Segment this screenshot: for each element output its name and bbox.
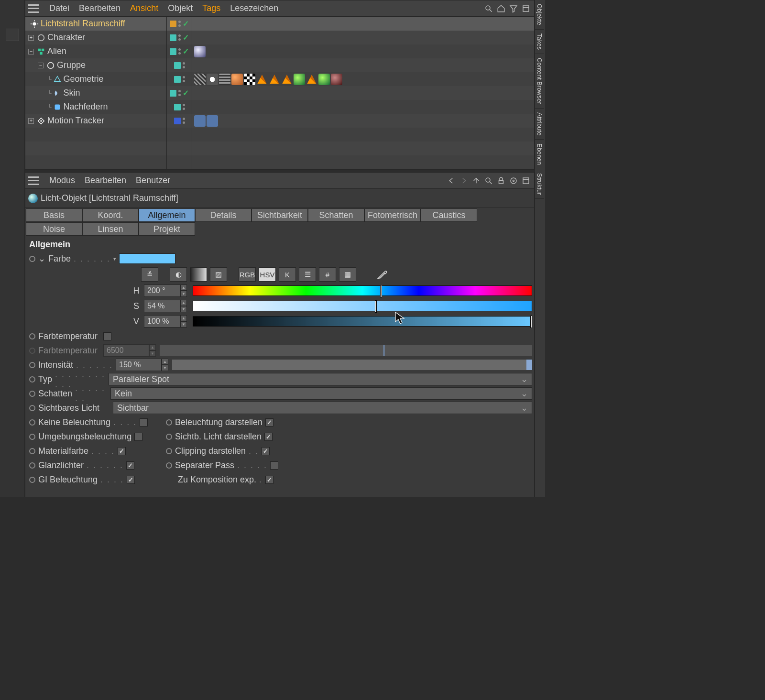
object-name[interactable]: Charakter [47, 33, 85, 43]
spin-up[interactable]: ▲ [180, 300, 187, 306]
menu-lesezeichen[interactable]: Lesezeichen [225, 3, 283, 13]
vtab-objekte[interactable]: Objekte [535, 0, 544, 30]
search-icon[interactable] [483, 3, 494, 14]
object-name[interactable]: Alien [47, 46, 66, 56]
checkbox-umgebungsbeleuchtung[interactable] [134, 433, 142, 441]
keyframe-dot[interactable] [29, 405, 35, 411]
tag-phong[interactable] [194, 46, 206, 57]
object-tree[interactable]: Lichtstrahl Raumschiff✓+Charakter✓−Alien… [25, 17, 534, 169]
mode-k[interactable]: K [279, 267, 296, 282]
swatches-icon[interactable]: ▦ [339, 267, 356, 282]
tag-tri[interactable] [269, 74, 280, 85]
keyframe-dot[interactable] [166, 448, 172, 454]
object-name[interactable]: Motion Tracker [47, 116, 104, 126]
tree-row[interactable]: └ Geometrie [25, 72, 534, 86]
check-icon[interactable]: ✓ [183, 19, 189, 28]
layer-color[interactable] [170, 21, 176, 27]
input-s[interactable] [144, 300, 180, 312]
mixer-icon[interactable]: ≚ [141, 267, 158, 282]
spin-up[interactable]: ▲ [180, 284, 187, 291]
expander-icon[interactable]: − [28, 49, 34, 55]
keyframe-dot[interactable] [29, 462, 35, 469]
vtab-attribute[interactable]: Attribute [535, 109, 544, 140]
keyframe-dot[interactable] [29, 434, 35, 440]
spin-down[interactable]: ▼ [180, 291, 187, 297]
hamburger-icon[interactable] [28, 176, 39, 185]
tab-sichtbarkeit[interactable]: Sichtbarkeit [251, 208, 308, 222]
checkbox-separater-pass[interactable] [270, 461, 278, 470]
visibility-dots[interactable] [183, 104, 185, 110]
keyframe-dot[interactable] [29, 477, 35, 483]
gradient-icon[interactable] [190, 267, 207, 282]
maximize-icon[interactable] [521, 175, 531, 186]
visibility-dots[interactable] [178, 90, 181, 96]
checkbox-farbtemperatur-enable[interactable] [103, 332, 111, 340]
menu-tags[interactable]: Tags [197, 3, 225, 13]
input-h[interactable] [144, 284, 180, 297]
tab-allgemein[interactable]: Allgemein [139, 208, 195, 222]
checkbox-clipping-darstellen[interactable] [262, 447, 270, 455]
keyframe-dot[interactable] [29, 376, 35, 383]
checkbox-zu-komposition-exp[interactable] [265, 476, 273, 484]
maximize-icon[interactable] [521, 3, 531, 14]
picture-icon[interactable]: ▨ [210, 267, 227, 282]
visibility-dots[interactable] [183, 76, 185, 82]
tree-row[interactable]: └ Nachfedern [25, 100, 534, 114]
tag-c[interactable] [219, 74, 230, 85]
tab-schatten[interactable]: Schatten [308, 208, 364, 222]
value-slider[interactable] [193, 316, 532, 327]
keyframe-dot[interactable] [29, 448, 35, 454]
layer-color[interactable] [170, 48, 176, 55]
menu-modus[interactable]: Modus [44, 175, 80, 186]
menu-datei[interactable]: Datei [44, 3, 74, 13]
tree-row[interactable]: Lichtstrahl Raumschiff✓ [25, 17, 534, 31]
tag-tri[interactable] [281, 74, 293, 85]
keyframe-dot[interactable] [166, 462, 172, 469]
object-name[interactable]: Geometrie [64, 74, 104, 84]
farbe-expander[interactable]: ⌄ [38, 253, 45, 264]
mode-hsv[interactable]: HSV [259, 267, 276, 282]
color-wheel-icon[interactable]: ◐ [170, 267, 187, 282]
spin-down[interactable]: ▼ [162, 365, 168, 371]
color-swatch[interactable] [119, 253, 175, 264]
vtab-content-browser[interactable]: Content Browser [535, 54, 544, 109]
tab-caustics[interactable]: Caustics [421, 208, 477, 222]
tab-basis[interactable]: Basis [26, 208, 82, 222]
keyframe-dot[interactable] [29, 256, 35, 262]
undock-icon[interactable] [6, 29, 19, 41]
expander-icon[interactable]: + [28, 35, 34, 41]
tag-e[interactable] [244, 74, 255, 85]
lock-icon[interactable] [496, 175, 506, 186]
tag-t2[interactable] [207, 115, 218, 127]
tag-ball[interactable] [294, 74, 305, 85]
tree-row[interactable]: −Gruppe [25, 58, 534, 72]
tab-noise[interactable]: Noise [26, 222, 82, 236]
target-icon[interactable] [508, 175, 519, 186]
visibility-dots[interactable] [178, 48, 181, 55]
check-icon[interactable]: ✓ [183, 47, 189, 56]
saturation-slider[interactable] [193, 301, 532, 311]
object-name[interactable]: Lichtstrahl Raumschiff [41, 19, 125, 29]
mode-rgb[interactable]: RGB [239, 267, 256, 282]
menu-objekt[interactable]: Objekt [163, 3, 197, 13]
keyframe-dot[interactable] [29, 419, 35, 426]
keyframe-dot[interactable] [29, 333, 35, 339]
checkbox-keine-beleuchtung[interactable] [140, 418, 148, 427]
tree-row[interactable]: └ Skin✓ [25, 86, 534, 100]
expander-icon[interactable]: − [38, 63, 44, 68]
keyframe-dot[interactable] [29, 362, 35, 368]
layer-color[interactable] [174, 62, 181, 69]
layer-color[interactable] [174, 104, 181, 110]
tab-projekt[interactable]: Projekt [139, 222, 195, 236]
menu-benutzer[interactable]: Benutzer [131, 175, 175, 186]
hamburger-icon[interactable] [28, 4, 39, 13]
filter-icon[interactable] [508, 3, 519, 14]
check-icon[interactable]: ✓ [183, 88, 189, 98]
checkbox-beleuchtung-darstellen[interactable] [265, 418, 273, 427]
input-intensitaet[interactable] [116, 359, 162, 371]
tag-b[interactable] [207, 74, 218, 85]
checkbox-gi-beleuchtung[interactable] [127, 476, 135, 484]
hue-slider[interactable] [193, 285, 532, 296]
tag-ball2[interactable] [331, 74, 342, 85]
back-icon[interactable] [446, 175, 457, 186]
